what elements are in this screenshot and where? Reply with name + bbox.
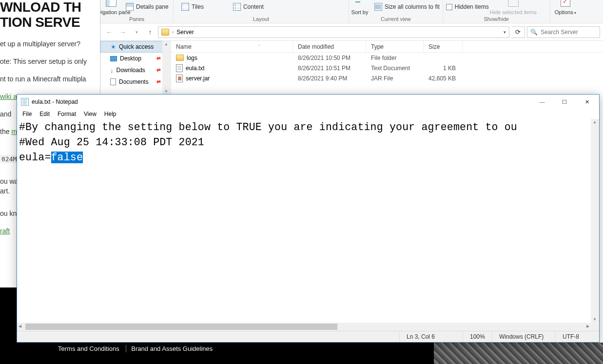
column-header-name[interactable]: Name ˄ [171,41,293,52]
maximize-button[interactable]: ☐ [553,95,576,109]
pin-icon: 📌 [155,55,162,62]
nav-desktop[interactable]: Desktop 📌 [100,53,171,64]
up-button[interactable]: ↑ [144,26,156,38]
recent-locations-button[interactable]: ▾ [131,26,142,38]
file-list: Name ˄ Date modified Type Size logs 8/26… [171,41,603,95]
navigation-pane-icon [106,0,117,7]
jar-file-icon [176,75,183,82]
menu-format[interactable]: Format [54,110,79,118]
folder-icon [161,29,169,36]
vertical-scrollbar[interactable] [591,119,599,323]
file-explorer-window: Navigation pane Details pane Panes Tiles… [100,0,603,95]
navigation-pane: ★ Quick access Desktop 📌 ↓ Downloads 📌 D… [100,41,171,95]
folder-icon [176,55,184,61]
menu-file[interactable]: File [19,110,35,118]
details-pane-button[interactable]: Details pane [126,3,169,11]
close-button[interactable]: ✕ [576,95,598,109]
size-columns-button[interactable]: Size all columns to fit [374,3,440,11]
sort-asc-icon: ˄ [258,44,260,49]
status-encoding: UTF-8 [555,331,599,342]
notepad-window: eula.txt - Notepad — ☐ ✕ File Edit Forma… [17,94,600,343]
bg-link-raft[interactable]: raft [0,227,10,235]
selected-text: false [51,152,83,163]
status-line-ending: Windows (CRLF) [492,331,555,342]
notepad-app-icon [21,98,29,106]
menu-view[interactable]: View [80,110,100,118]
status-zoom: 100% [463,331,492,342]
menu-edit[interactable]: Edit [36,110,53,118]
horizontal-scrollbar[interactable] [17,323,591,331]
bg-text: nt to run a Minecraft multipla [0,75,98,83]
pin-icon: 📌 [155,67,162,74]
ribbon: Navigation pane Details pane Panes Tiles… [100,0,603,23]
notepad-title-text: eula.txt - Notepad [32,98,78,105]
tiles-icon [181,3,189,11]
options-button[interactable]: Options▾ [553,0,578,16]
ribbon-group-label: Current view [352,15,440,22]
notepad-text-area[interactable]: #By changing the setting below to TRUE y… [17,119,599,331]
nav-downloads[interactable]: ↓ Downloads 📌 [100,64,171,76]
checkbox-icon [446,4,452,10]
resize-grip[interactable] [591,323,599,331]
breadcrumb-item[interactable]: Server [176,29,194,36]
bg-text: et up a multiplayer server? [0,40,98,48]
notepad-statusbar: Ln 3, Col 6 100% Windows (CRLF) UTF-8 [17,331,599,342]
refresh-button[interactable]: ⟳ [511,26,525,38]
ribbon-group-label: Panes [103,15,170,22]
content-icon [233,3,241,11]
navigation-pane-button[interactable]: Navigation pane [103,0,119,16]
hidden-items-checkbox[interactable]: Hidden items [446,3,489,10]
chevron-down-icon[interactable]: ▾ [504,30,506,35]
file-row-eula[interactable]: eula.txt 8/26/2021 10:51 PM Text Documen… [171,63,603,73]
notepad-titlebar[interactable]: eula.txt - Notepad — ☐ ✕ [17,95,599,109]
column-header-size[interactable]: Size [424,41,463,52]
address-input[interactable]: › Server ▾ [158,26,509,38]
bg-heading: WNLOAD THTION SERVE [0,0,98,30]
menu-help[interactable]: Help [101,110,120,118]
search-icon: 🔍 [530,29,538,36]
background-rock-texture [434,343,603,364]
scrollbar-thumb[interactable] [25,324,337,330]
nav-documents[interactable]: Documents 📌 [100,76,171,88]
star-icon: ★ [111,43,116,50]
minimize-button[interactable]: — [531,95,553,109]
status-cursor-position: Ln 3, Col 6 [399,331,463,342]
sort-icon [354,0,365,7]
bg-text: ote: This server setup is only [0,57,98,65]
column-header-date[interactable]: Date modified [293,41,366,52]
footer-brand-link[interactable]: Brand and Assets Guidelines [129,345,214,352]
bg-link-wiki[interactable]: wiki a [0,93,17,100]
forward-button: → [117,26,129,38]
pin-icon: 📌 [155,78,162,86]
file-row-server-jar[interactable]: server.jar 8/26/2021 9:40 PM JAR File 42… [171,73,603,83]
content-view-button[interactable]: Content [233,3,264,11]
hide-selected-icon [508,0,519,7]
documents-icon [110,78,116,85]
sort-by-button[interactable]: Sort by [352,0,368,16]
column-header-type[interactable]: Type [366,41,424,52]
desktop-icon [110,56,117,61]
ribbon-group-label: Show/hide [446,15,547,22]
nav-scrollbar[interactable] [162,41,171,95]
nav-quick-access[interactable]: ★ Quick access [100,41,171,53]
chevron-right-icon: › [172,29,174,35]
footer-terms-link[interactable]: Terms and Conditions [56,345,121,352]
tiles-view-button[interactable]: Tiles [181,3,204,11]
search-input[interactable]: 🔍 Search Server [527,26,600,38]
details-pane-icon [126,3,134,11]
size-columns-icon [374,3,382,11]
file-list-header: Name ˄ Date modified Type Size [171,41,603,53]
download-icon: ↓ [110,67,114,74]
options-icon [561,0,570,7]
address-bar: ← → ▾ ↑ › Server ▾ ⟳ 🔍 Search Server [100,23,603,41]
ribbon-group-label: Layout [176,15,346,22]
hide-selected-button: Hide selected items [496,0,531,16]
back-button: ← [103,26,115,38]
file-row-logs[interactable]: logs 8/26/2021 10:50 PM File folder [171,53,603,63]
refresh-icon: ⟳ [515,28,521,36]
text-file-icon [176,64,183,72]
notepad-menubar: File Edit Format View Help [17,109,599,119]
